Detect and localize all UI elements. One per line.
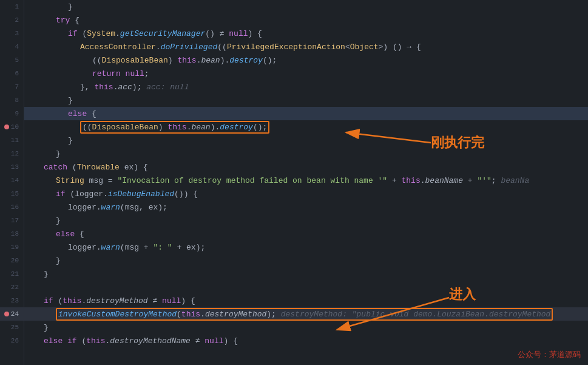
token: ≠ xyxy=(148,296,162,305)
token: } xyxy=(56,149,61,159)
line-number-13: 13 xyxy=(0,160,24,174)
token: (); xyxy=(253,123,267,132)
token: + ex); xyxy=(172,243,206,252)
token: isDebugEnabled xyxy=(108,189,174,199)
token: try xyxy=(56,16,70,25)
token: destroyMethod xyxy=(86,296,147,305)
token: ). xyxy=(211,123,220,132)
token: this xyxy=(177,56,196,65)
token: ). xyxy=(220,56,230,65)
line-number-24: 24 xyxy=(0,307,24,321)
code-line-17: } xyxy=(24,214,588,227)
token: logger. xyxy=(68,203,101,212)
code-line-15: if (logger.isDebugEnabled()) { xyxy=(24,187,588,200)
code-line-8: } xyxy=(24,94,588,107)
line-number-11: 11 xyxy=(0,134,24,147)
code-area[interactable]: }try {if (System.getSecurityManager() ≠ … xyxy=(24,0,588,365)
token: if xyxy=(44,296,53,305)
token: ) xyxy=(158,123,168,132)
line-number-20: 20 xyxy=(0,254,24,267)
token: (( xyxy=(217,43,227,52)
token: destroyMethod: "public void demo.LouzaiB… xyxy=(281,310,551,319)
token: PrivilegedExceptionAction xyxy=(227,43,345,52)
code-line-20: } xyxy=(24,254,588,267)
token: ) xyxy=(168,56,178,65)
code-line-24: invokeCustomDestroyMethod(this.destroyMe… xyxy=(24,307,588,321)
token: catch xyxy=(44,163,67,172)
token: } xyxy=(56,256,61,265)
token: (( xyxy=(92,56,102,65)
line-number-3: 3 xyxy=(0,27,24,40)
line-number-25: 25 xyxy=(0,321,24,334)
token: } xyxy=(44,323,49,332)
code-line-3: if (System.getSecurityManager() ≠ null) … xyxy=(24,27,588,40)
token: null xyxy=(229,29,248,38)
line-number-17: 17 xyxy=(0,214,24,227)
line-number-gutter: 1234567891011121314151617181920212223242… xyxy=(0,0,24,365)
line-number-7: 7 xyxy=(0,80,24,94)
line-number-6: 6 xyxy=(0,67,24,80)
token: ; xyxy=(492,176,501,185)
token: if xyxy=(67,336,77,346)
code-line-5: ((DisposableBean) this.bean).destroy(); xyxy=(24,53,588,67)
token: beanName xyxy=(425,176,463,185)
token: DisposableBean xyxy=(102,56,168,65)
token: null xyxy=(121,69,144,78)
token: . xyxy=(156,43,161,52)
token: { xyxy=(87,109,96,118)
code-line-21: } xyxy=(24,267,588,281)
token: System xyxy=(87,29,115,38)
code-line-19: logger.warn(msg + ": " + ex); xyxy=(24,240,588,254)
token: < xyxy=(345,43,350,52)
token: else xyxy=(44,336,63,346)
token: destroy xyxy=(220,123,253,132)
token: return xyxy=(92,69,121,78)
token: } xyxy=(68,96,73,105)
token: ( xyxy=(67,163,77,172)
token: (msg, ex); xyxy=(120,203,167,212)
token: ( xyxy=(77,336,87,346)
token: if xyxy=(68,29,78,38)
token: else xyxy=(56,230,75,239)
code-line-10: ((DisposableBean) this.bean).destroy(); xyxy=(24,120,588,134)
token: } xyxy=(68,2,73,12)
token: . xyxy=(115,29,120,38)
line-number-26: 26 xyxy=(0,334,24,347)
line-number-1: 1 xyxy=(0,0,24,13)
token: this xyxy=(181,310,200,319)
token: invokeCustomDestroyMethod xyxy=(58,310,177,319)
line-number-18: 18 xyxy=(0,227,24,240)
token: { xyxy=(75,230,84,239)
line-number-22: 22 xyxy=(0,281,24,294)
token: acc: null xyxy=(146,83,189,92)
token: } xyxy=(44,270,49,279)
token: destroyMethodName xyxy=(110,336,191,346)
token: ( xyxy=(78,29,87,38)
token: bean xyxy=(191,123,210,132)
token: if xyxy=(56,189,66,199)
token: logger. xyxy=(68,243,101,252)
token: ) { xyxy=(224,336,238,346)
token: (( xyxy=(83,123,92,132)
token: bean xyxy=(201,56,220,65)
token: + xyxy=(463,176,477,185)
token: (logger. xyxy=(66,189,108,199)
token: ≠ xyxy=(191,336,204,346)
token: ); xyxy=(132,83,146,92)
code-line-25: } xyxy=(24,321,588,334)
token: warn xyxy=(101,203,120,212)
token: ( xyxy=(177,310,181,319)
code-line-18: else { xyxy=(24,227,588,240)
token: (); xyxy=(263,56,277,65)
token: else xyxy=(68,109,87,118)
token: acc xyxy=(118,83,132,92)
token: ex) { xyxy=(120,163,148,172)
code-line-12: } xyxy=(24,147,588,160)
token: ) { xyxy=(181,296,195,305)
token: + xyxy=(387,176,401,185)
token: AccessController xyxy=(80,43,156,52)
token: } xyxy=(68,136,73,145)
line-number-14: 14 xyxy=(0,174,24,187)
token: this xyxy=(402,176,421,185)
token: null xyxy=(162,296,181,305)
